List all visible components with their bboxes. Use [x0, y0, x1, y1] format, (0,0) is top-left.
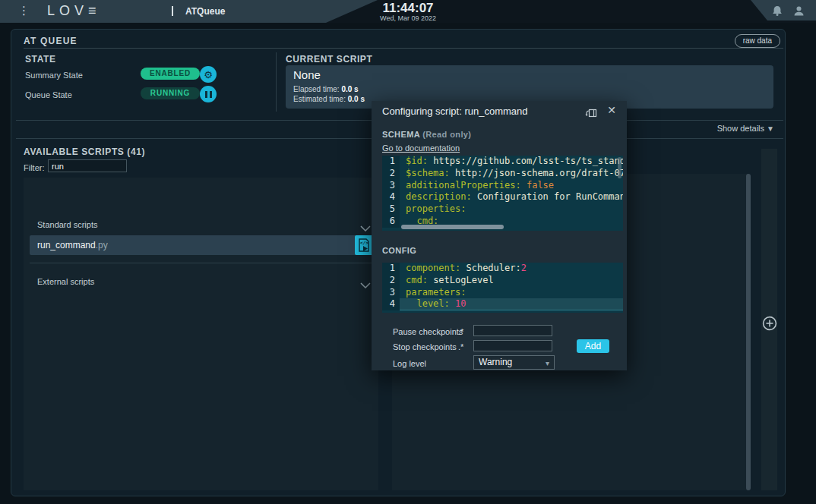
elapsed-time: Elapsed time: 0.0 s [293, 85, 359, 93]
summary-state-settings-button[interactable]: ⚙ [200, 66, 217, 83]
code-line: 2cmd: setLogLevel [382, 275, 623, 287]
triangle-down-icon: ▼ [767, 124, 774, 133]
top-bar: ⋮ LOV≡ ATQueue 11:44:07 Wed, Mar 09 2022 [0, 0, 816, 23]
notifications-bell-icon[interactable] [772, 5, 783, 20]
chevron-down-icon[interactable] [360, 221, 371, 235]
summary-state-badge: ENABLED [141, 68, 200, 80]
schema-editor[interactable]: 1$id: https://github.com/lsst-ts/ts_stan… [382, 156, 623, 231]
code-line: 3parameters: [382, 287, 623, 299]
clock-time: 11:44:07 [0, 2, 816, 14]
clock: 11:44:07 Wed, Mar 09 2022 [0, 2, 816, 22]
summary-state-label: Summary State [25, 71, 83, 80]
close-icon[interactable]: ✕ [607, 104, 616, 116]
vertical-scrollbar[interactable] [746, 174, 751, 490]
stop-checkpoints-hint: .* [458, 342, 463, 351]
pause-checkpoints-hint: .* [458, 327, 463, 336]
vertical-scrollbar[interactable] [618, 157, 621, 178]
queue-state-label: Queue State [25, 90, 72, 99]
pause-icon [205, 91, 212, 98]
documentation-link[interactable]: Go to documentation [382, 143, 460, 153]
chevron-down-icon[interactable] [360, 278, 371, 291]
modal-title: Configuring script: run_command [382, 106, 527, 117]
config-editor[interactable]: 1component: Scheduler:2 2cmd: setLogLeve… [382, 263, 623, 313]
code-line: 5properties: [382, 203, 623, 216]
detach-window-icon[interactable] [585, 108, 598, 121]
current-script-title: CURRENT SCRIPT [286, 54, 372, 65]
chevron-down-icon: ▾ [546, 357, 549, 370]
schema-heading: SCHEMA (Read only) [382, 130, 471, 139]
queue-state-badge: RUNNING [141, 87, 200, 99]
code-line: 1$id: https://github.com/lsst-ts/ts_stan… [382, 156, 623, 168]
show-details-toggle[interactable]: Show details ▼ [717, 124, 774, 133]
group-divider [30, 263, 373, 263]
script-row-run-command[interactable]: run_command.py </> [30, 235, 373, 255]
code-line: 4description: Configuration for RunComma… [382, 191, 623, 203]
horizontal-scrollbar[interactable] [401, 225, 504, 229]
log-level-label: Log level [393, 359, 426, 368]
filter-input[interactable] [48, 159, 127, 172]
pause-checkpoints-input[interactable] [473, 325, 552, 336]
pause-queue-button[interactable] [200, 86, 217, 102]
pause-checkpoints-label: Pause checkpoints [393, 327, 463, 336]
user-account-icon[interactable] [793, 5, 805, 20]
code-line: 3additionalProperties: false [382, 180, 623, 192]
log-level-select[interactable]: Warning ▾ [473, 355, 555, 370]
code-line: 2$schema: http://json-schema.org/draft-0… [382, 168, 623, 180]
filter-label: Filter: [24, 163, 45, 172]
script-launch-icon: </> [358, 238, 370, 252]
config-heading: CONFIG [382, 246, 416, 255]
state-divider [276, 52, 277, 112]
add-script-button[interactable] [762, 316, 777, 331]
available-scripts-list: Standard scripts run_command.py </> Exte… [24, 178, 378, 490]
external-scripts-accordion[interactable]: External scripts [37, 277, 94, 286]
add-button[interactable]: Add [577, 339, 609, 353]
title-divider [24, 48, 783, 49]
svg-text:</>: </> [360, 240, 368, 245]
raw-data-button[interactable]: raw data [735, 34, 780, 48]
stop-checkpoints-label: Stop checkpoints [393, 342, 457, 351]
code-line-active: 4 level: 10 [382, 298, 623, 310]
gear-icon: ⚙ [204, 69, 213, 80]
love-application: ⋮ LOV≡ ATQueue 11:44:07 Wed, Mar 09 2022… [0, 0, 816, 504]
estimated-time: Estimated time: 0.0 s [293, 95, 365, 103]
clock-date: Wed, Mar 09 2022 [0, 14, 816, 22]
standard-scripts-accordion[interactable]: Standard scripts [37, 220, 97, 229]
state-section-title: STATE [25, 54, 56, 65]
launch-script-button[interactable]: </> [355, 235, 373, 255]
script-name: run_command.py [37, 235, 108, 255]
configure-script-modal: Configuring script: run_command ✕ SCHEMA… [372, 101, 627, 370]
available-scripts-title: AVAILABLE SCRIPTS (41) [24, 146, 145, 157]
stop-checkpoints-input[interactable] [473, 340, 552, 351]
current-script-name: None [293, 68, 321, 81]
panel-title: AT QUEUE [24, 36, 77, 46]
plus-circle-icon [762, 316, 777, 331]
code-line: 1component: Scheduler:2 [382, 263, 623, 275]
